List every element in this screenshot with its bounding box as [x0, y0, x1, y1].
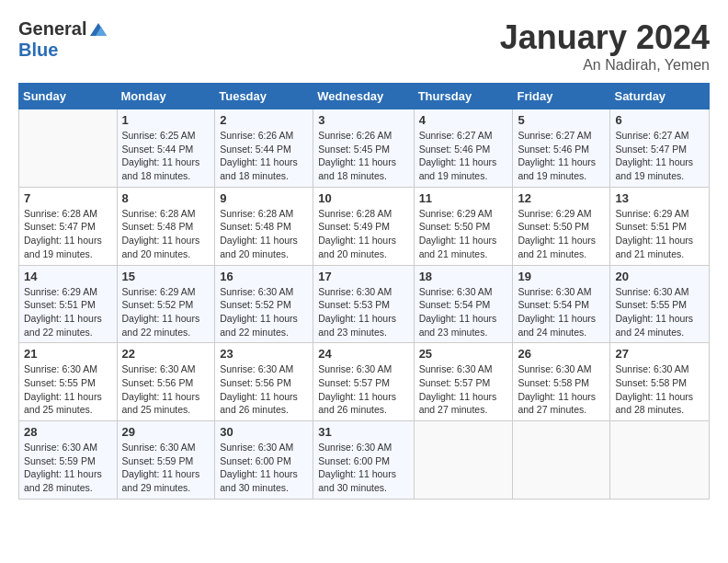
- day-detail: Sunrise: 6:26 AMSunset: 5:45 PMDaylight:…: [318, 129, 408, 183]
- calendar-cell: 19Sunrise: 6:30 AMSunset: 5:54 PMDayligh…: [513, 265, 610, 343]
- logo: General Blue: [18, 18, 108, 61]
- logo-general-text: General: [18, 18, 86, 40]
- calendar-week-row: 21Sunrise: 6:30 AMSunset: 5:55 PMDayligh…: [19, 343, 710, 421]
- calendar-cell: 11Sunrise: 6:29 AMSunset: 5:50 PMDayligh…: [414, 187, 513, 265]
- day-number: 1: [122, 113, 210, 127]
- day-detail: Sunrise: 6:30 AMSunset: 6:00 PMDaylight:…: [220, 441, 308, 495]
- calendar-cell: 1Sunrise: 6:25 AMSunset: 5:44 PMDaylight…: [117, 109, 215, 188]
- weekday-header: Thursday: [414, 84, 513, 109]
- calendar-cell: [513, 421, 610, 500]
- day-number: 25: [419, 347, 508, 361]
- logo-blue-text: Blue: [18, 40, 58, 61]
- calendar-cell: 29Sunrise: 6:30 AMSunset: 5:59 PMDayligh…: [117, 421, 215, 500]
- day-number: 31: [318, 425, 408, 439]
- day-detail: Sunrise: 6:28 AMSunset: 5:47 PMDaylight:…: [24, 207, 112, 261]
- day-number: 3: [318, 113, 408, 127]
- calendar-cell: 25Sunrise: 6:30 AMSunset: 5:57 PMDayligh…: [414, 343, 513, 421]
- calendar-week-row: 7Sunrise: 6:28 AMSunset: 5:47 PMDaylight…: [19, 187, 710, 265]
- calendar-cell: 10Sunrise: 6:28 AMSunset: 5:49 PMDayligh…: [313, 187, 414, 265]
- day-detail: Sunrise: 6:30 AMSunset: 5:58 PMDaylight:…: [615, 362, 704, 417]
- calendar-cell: 6Sunrise: 6:27 AMSunset: 5:47 PMDaylight…: [610, 109, 710, 188]
- month-title: January 2024: [500, 18, 710, 57]
- day-detail: Sunrise: 6:29 AMSunset: 5:50 PMDaylight:…: [518, 207, 605, 261]
- day-number: 26: [518, 347, 605, 361]
- day-detail: Sunrise: 6:30 AMSunset: 5:57 PMDaylight:…: [318, 362, 408, 417]
- day-number: 20: [615, 270, 704, 283]
- calendar-cell: 15Sunrise: 6:29 AMSunset: 5:52 PMDayligh…: [117, 265, 215, 343]
- calendar-cell: 7Sunrise: 6:28 AMSunset: 5:47 PMDaylight…: [19, 187, 118, 265]
- weekday-header: Tuesday: [215, 84, 313, 109]
- calendar-cell: [610, 421, 710, 500]
- day-number: 12: [518, 191, 605, 205]
- day-number: 19: [518, 270, 605, 283]
- day-detail: Sunrise: 6:28 AMSunset: 5:49 PMDaylight:…: [318, 207, 408, 261]
- calendar-cell: 20Sunrise: 6:30 AMSunset: 5:55 PMDayligh…: [610, 265, 710, 343]
- day-number: 16: [220, 270, 308, 283]
- calendar-cell: 23Sunrise: 6:30 AMSunset: 5:56 PMDayligh…: [215, 343, 313, 421]
- day-detail: Sunrise: 6:27 AMSunset: 5:46 PMDaylight:…: [518, 129, 605, 183]
- calendar-cell: [414, 421, 513, 500]
- day-detail: Sunrise: 6:29 AMSunset: 5:50 PMDaylight:…: [419, 207, 508, 261]
- day-detail: Sunrise: 6:26 AMSunset: 5:44 PMDaylight:…: [220, 129, 308, 183]
- weekday-header: Sunday: [19, 84, 118, 109]
- day-detail: Sunrise: 6:30 AMSunset: 5:55 PMDaylight:…: [24, 362, 112, 417]
- day-number: 11: [419, 191, 508, 205]
- calendar-cell: 30Sunrise: 6:30 AMSunset: 6:00 PMDayligh…: [215, 421, 313, 500]
- calendar-cell: 4Sunrise: 6:27 AMSunset: 5:46 PMDaylight…: [414, 109, 513, 188]
- day-detail: Sunrise: 6:30 AMSunset: 5:54 PMDaylight:…: [518, 285, 605, 339]
- day-detail: Sunrise: 6:30 AMSunset: 5:59 PMDaylight:…: [122, 441, 210, 495]
- day-number: 17: [318, 270, 408, 283]
- day-detail: Sunrise: 6:30 AMSunset: 5:52 PMDaylight:…: [220, 285, 308, 339]
- day-detail: Sunrise: 6:30 AMSunset: 5:56 PMDaylight:…: [122, 362, 210, 417]
- calendar-cell: 18Sunrise: 6:30 AMSunset: 5:54 PMDayligh…: [414, 265, 513, 343]
- day-detail: Sunrise: 6:30 AMSunset: 5:56 PMDaylight:…: [220, 362, 308, 417]
- day-detail: Sunrise: 6:29 AMSunset: 5:51 PMDaylight:…: [615, 207, 704, 261]
- page-header: General Blue January 2024 An Nadirah, Ye…: [18, 18, 710, 74]
- day-number: 7: [24, 191, 112, 205]
- day-detail: Sunrise: 6:25 AMSunset: 5:44 PMDaylight:…: [122, 129, 210, 183]
- calendar-cell: 28Sunrise: 6:30 AMSunset: 5:59 PMDayligh…: [19, 421, 118, 500]
- day-number: 6: [615, 113, 704, 127]
- calendar-cell: 2Sunrise: 6:26 AMSunset: 5:44 PMDaylight…: [215, 109, 313, 188]
- day-detail: Sunrise: 6:30 AMSunset: 5:59 PMDaylight:…: [24, 441, 112, 495]
- day-detail: Sunrise: 6:30 AMSunset: 5:55 PMDaylight:…: [615, 285, 704, 339]
- day-number: 14: [24, 270, 112, 283]
- calendar-cell: 24Sunrise: 6:30 AMSunset: 5:57 PMDayligh…: [313, 343, 414, 421]
- weekday-header: Wednesday: [313, 84, 414, 109]
- day-number: 8: [122, 191, 210, 205]
- day-detail: Sunrise: 6:29 AMSunset: 5:51 PMDaylight:…: [24, 285, 112, 339]
- day-number: 27: [615, 347, 704, 361]
- calendar-cell: 21Sunrise: 6:30 AMSunset: 5:55 PMDayligh…: [19, 343, 118, 421]
- calendar-cell: 3Sunrise: 6:26 AMSunset: 5:45 PMDaylight…: [313, 109, 414, 188]
- day-number: 15: [122, 270, 210, 283]
- calendar-cell: 31Sunrise: 6:30 AMSunset: 6:00 PMDayligh…: [313, 421, 414, 500]
- weekday-header: Saturday: [610, 84, 710, 109]
- calendar-cell: 5Sunrise: 6:27 AMSunset: 5:46 PMDaylight…: [513, 109, 610, 188]
- calendar-cell: 14Sunrise: 6:29 AMSunset: 5:51 PMDayligh…: [19, 265, 118, 343]
- calendar-cell: 12Sunrise: 6:29 AMSunset: 5:50 PMDayligh…: [513, 187, 610, 265]
- day-number: 22: [122, 347, 210, 361]
- day-detail: Sunrise: 6:30 AMSunset: 5:54 PMDaylight:…: [419, 285, 508, 339]
- calendar-cell: 22Sunrise: 6:30 AMSunset: 5:56 PMDayligh…: [117, 343, 215, 421]
- day-number: 18: [419, 270, 508, 283]
- calendar-cell: 17Sunrise: 6:30 AMSunset: 5:53 PMDayligh…: [313, 265, 414, 343]
- calendar-cell: 9Sunrise: 6:28 AMSunset: 5:48 PMDaylight…: [215, 187, 313, 265]
- calendar-cell: 26Sunrise: 6:30 AMSunset: 5:58 PMDayligh…: [513, 343, 610, 421]
- day-detail: Sunrise: 6:30 AMSunset: 6:00 PMDaylight:…: [318, 441, 408, 495]
- calendar-cell: 8Sunrise: 6:28 AMSunset: 5:48 PMDaylight…: [117, 187, 215, 265]
- title-area: January 2024 An Nadirah, Yemen: [500, 18, 710, 74]
- calendar-cell: 16Sunrise: 6:30 AMSunset: 5:52 PMDayligh…: [215, 265, 313, 343]
- day-detail: Sunrise: 6:30 AMSunset: 5:57 PMDaylight:…: [419, 362, 508, 417]
- weekday-header: Friday: [513, 84, 610, 109]
- calendar-table: SundayMondayTuesdayWednesdayThursdayFrid…: [18, 83, 710, 500]
- day-detail: Sunrise: 6:29 AMSunset: 5:52 PMDaylight:…: [122, 285, 210, 339]
- day-number: 30: [220, 425, 308, 439]
- day-number: 13: [615, 191, 704, 205]
- calendar-cell: 27Sunrise: 6:30 AMSunset: 5:58 PMDayligh…: [610, 343, 710, 421]
- day-detail: Sunrise: 6:27 AMSunset: 5:46 PMDaylight:…: [419, 129, 508, 183]
- weekday-header: Monday: [117, 84, 215, 109]
- calendar-cell: 13Sunrise: 6:29 AMSunset: 5:51 PMDayligh…: [610, 187, 710, 265]
- day-number: 24: [318, 347, 408, 361]
- calendar-week-row: 14Sunrise: 6:29 AMSunset: 5:51 PMDayligh…: [19, 265, 710, 343]
- day-detail: Sunrise: 6:28 AMSunset: 5:48 PMDaylight:…: [122, 207, 210, 261]
